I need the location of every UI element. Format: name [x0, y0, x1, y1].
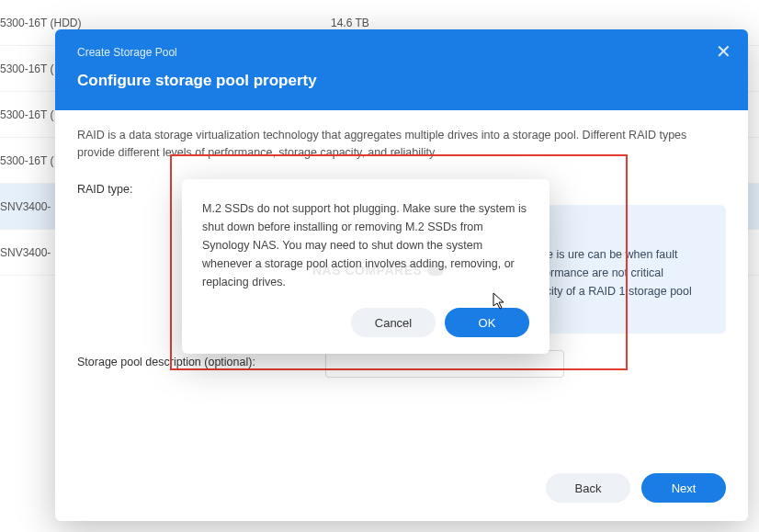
ssd-warning-dialog: M.2 SSDs do not support hot plugging. Ma…	[182, 179, 549, 354]
alert-message: M.2 SSDs do not support hot plugging. Ma…	[202, 199, 529, 291]
next-button[interactable]: Next	[641, 473, 726, 503]
pool-description-input[interactable]	[325, 350, 564, 378]
ok-button[interactable]: OK	[445, 308, 529, 337]
wizard-header: Create Storage Pool Configure storage po…	[55, 29, 748, 110]
cancel-button[interactable]: Cancel	[351, 308, 436, 337]
drive-capacity: 14.6 TB	[331, 17, 759, 29]
wizard-breadcrumb: Create Storage Pool	[77, 46, 726, 59]
back-button[interactable]: Back	[546, 473, 630, 503]
intro-text: RAID is a data storage virtualization te…	[77, 127, 726, 163]
close-icon[interactable]: ✕	[716, 42, 731, 61]
wizard-footer: Back Next	[55, 460, 748, 521]
page-title: Configure storage pool property	[77, 72, 726, 90]
drive-label: 5300-16T (HDD)	[0, 17, 331, 29]
